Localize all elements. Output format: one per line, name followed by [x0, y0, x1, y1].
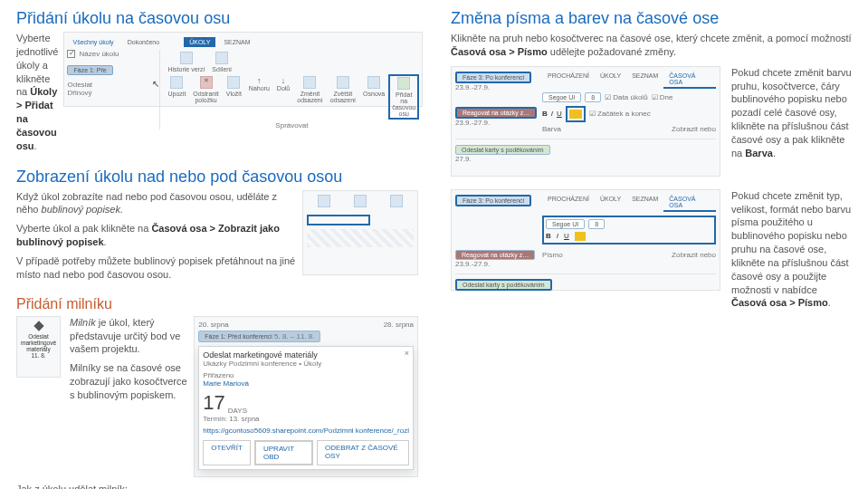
heading-change-font: Změna písma a barev na časové ose [451, 9, 852, 28]
section1-body: Vyberte jednotlivé úkoly a klikněte na Ú… [16, 32, 58, 153]
tab-list: SEZNAM [626, 71, 663, 89]
bold2-icon: B [546, 232, 551, 240]
phase3-dates: 23.9.-27.9. [455, 83, 542, 91]
ribbon-history: Historie verzí [164, 50, 208, 74]
para-font: Pokud chcete změnit typ, velikost, formá… [731, 189, 852, 311]
font-family: Segoe UI [542, 92, 581, 102]
ribbon-alert: Upozit [164, 74, 189, 120]
date-col2: 28. srpna [384, 321, 414, 329]
milestone-how: Jak z úkolu udělat milník: [16, 483, 418, 489]
figure-edit-period: 20. srpna 28. srpna Fáze 1: Před konfere… [194, 316, 418, 477]
color2-icon [575, 232, 586, 241]
edit-period-button: UPRAVIT OBD [254, 440, 313, 465]
ribbon-down: ↓Dolů [273, 74, 293, 120]
ribbon-outline: Osnova [359, 74, 388, 120]
remove-button: ODEBRAT Z ČASOVÉ OSY [317, 440, 409, 465]
figure-color: Fáze 3: Po konferenci 23.9.-27.9. PROCHÁ… [451, 66, 720, 177]
assigned-name: Marie Mariová [203, 379, 409, 388]
phase-bar: Fáze 1: Před konferencí 5. 8. – 11. 8. [198, 331, 320, 342]
icon-a [318, 195, 330, 207]
bubble2-dates: 23.9.-27.9. [455, 260, 542, 268]
ribbon-up: ↑Nahoru [245, 74, 273, 120]
section3-p2: Milníky se na časové ose zobrazují jako … [70, 361, 188, 402]
para-color: Pokud chcete změnit barvu pruhu, kosočtv… [731, 66, 852, 160]
chk-dates: ☑ Data úkolů [605, 93, 647, 101]
diamond-date: 11. 8. [21, 352, 56, 359]
due-date: Termín: 13. srpna [203, 415, 409, 423]
italic-icon: I [551, 110, 553, 118]
cursor-icon: ↖ [152, 79, 159, 129]
tab2-timeline: ČASOVÁ OSA [663, 194, 716, 212]
phase3-bar: Fáze 3: Po konferenci [455, 72, 531, 83]
underline-icon: U [557, 110, 562, 118]
figure-add-to-timeline: Všechny úkoly Dokončeno ÚKOLY SEZNAM ✓ N… [63, 32, 423, 107]
ribbon-indent: Zvětšit odsazení [327, 74, 359, 120]
figure-callout [302, 190, 418, 275]
figure-font: Fáze 3: Po konferenci PROCHÁZENÍ ÚKOLY S… [451, 189, 720, 291]
task-odeslat: Odeslat [67, 81, 152, 89]
date-col1: 20. srpna [198, 321, 228, 329]
figure-diamond: Odeslat marketingové materiály 11. 8. [16, 316, 61, 378]
tab-timeline: ČASOVÁ OSA [663, 71, 716, 89]
bubble-dates: 23.9.-27.9. [455, 119, 542, 127]
font2-family: Segoe UI [546, 219, 585, 229]
section2-p3: V případě potřeby můžete bublinový popis… [16, 254, 297, 282]
tab-tasks: ÚKOLY [595, 71, 626, 89]
assigned-label: Přiřazeno [203, 371, 409, 379]
popup-title: Odeslat marketingové materiály [203, 350, 409, 360]
heading-milestone: Přidání milníku [16, 296, 418, 312]
section3-p1: Milník je úkol, který představuje určitý… [70, 316, 188, 357]
color-button-highlight [566, 106, 586, 122]
ribbon-list-tab: SEZNAM [218, 37, 255, 47]
ribbon-delete: ✕Odstranit položku [189, 74, 222, 120]
chk-day: ☑ Dne [652, 93, 673, 101]
font-size: 8 [585, 92, 601, 102]
task-drinovy: Dřinový [67, 89, 152, 97]
diamond-icon [33, 321, 43, 331]
row2-thanks: Odeslat karty s poděkováním [455, 279, 552, 291]
font-group-highlight: Segoe UI 8 B I U [542, 216, 716, 244]
tab2-tasks: ÚKOLY [595, 194, 626, 212]
font2-size: 8 [588, 219, 605, 229]
diamond-label: Odeslat marketingové materiály [21, 333, 56, 352]
italic2-icon: I [557, 232, 558, 240]
bold-icon: B [542, 110, 548, 118]
row-thanks: Odeslat karty s poděkováním [455, 145, 550, 155]
icon-b [354, 195, 367, 207]
tab2-browse: PROCHÁZENÍ [542, 194, 595, 212]
ribbon-insert: Vložit [223, 74, 245, 120]
days-number: 17 [203, 391, 224, 415]
group-show: Zobrazit nebo [672, 125, 716, 133]
group2-show: Zobrazit nebo [672, 251, 716, 259]
group-font-label: Písmo [542, 251, 563, 259]
popup-url: https://gcontoso5609.sharepoint.com/Podz… [203, 427, 409, 435]
popup-breadcrumb: Ukázky Podzimní konference • Úkoly [203, 360, 409, 368]
startend-label: ☑ Začátek a konec [589, 110, 651, 118]
ribbon-add-to-timeline: Přidat na časovou osu [388, 74, 419, 120]
ribbon-outdent: Změnit odsazení [293, 74, 326, 120]
group-color-label: Barva [542, 125, 561, 133]
close-icon: × [405, 349, 409, 358]
icon-c [390, 195, 403, 207]
row-thanks-date: 27.9. [455, 155, 716, 163]
tab2-list: SEZNAM [626, 194, 663, 212]
ribbon-group-label: Správovat [164, 121, 419, 129]
bubble-bar: Reagovat na otázky z… [455, 107, 537, 119]
section2-p2: Vyberte úkol a pak klikněte na Časová os… [16, 222, 297, 249]
bubble2-bar: Reagovat na otázky z… [455, 250, 535, 260]
heading-display-task: Zobrazení úkolu nad nebo pod časovou oso… [16, 168, 418, 187]
checkbox-icon: ✓ [67, 50, 75, 58]
ribbon-share: Sdíleni [208, 50, 234, 74]
phase3b-bar: Fáze 3: Po konferenci [455, 195, 531, 206]
callout-highlight [307, 215, 370, 225]
phase-badge: Fáze 1: Pře [67, 65, 112, 75]
days-word: DAYS [228, 407, 247, 415]
taskname-header: Název úkolu [79, 50, 119, 58]
tab-done: Dokončeno [122, 37, 165, 47]
section2-p1: Když úkol zobrazíte nad nebo pod časovou… [16, 190, 297, 217]
open-button: OTEVŘÍT [203, 440, 251, 465]
color-bucket-icon [569, 110, 582, 119]
tab-browse: PROCHÁZENÍ [542, 71, 595, 89]
ribbon-tasks-tab: ÚKOLY [184, 37, 215, 47]
underline2-icon: U [564, 232, 569, 240]
